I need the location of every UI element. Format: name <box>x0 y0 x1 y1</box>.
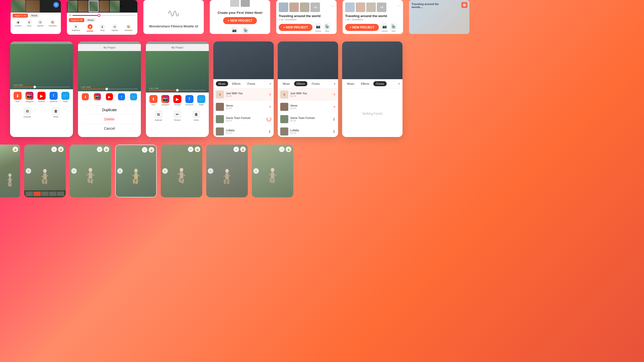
music-tab-effects-1[interactable]: Effects <box>230 81 243 86</box>
saturation2-icon-item[interactable]: 🎨 Saturation <box>125 24 133 32</box>
music-item-verve-2[interactable]: Verve 01:23 + <box>278 101 338 113</box>
share-save-3[interactable]: ⬇ Save <box>148 95 159 106</box>
share-youtube-3[interactable]: ▶ Youtube <box>172 95 183 106</box>
delete-icon-1: 🗑 <box>52 107 60 115</box>
top-card-travel-dark: Traveling around the wonde... <box>409 0 469 34</box>
bc7-circle-icon[interactable]: ○ <box>279 147 285 152</box>
travel-new-project-btn-2[interactable]: + NEW PROJECT <box>345 24 379 31</box>
share-instagram-1[interactable]: 📷 Instagram <box>24 92 35 102</box>
action-duplicate-3[interactable]: ⧉ Duplicate <box>154 110 163 121</box>
share-instagram-3[interactable]: 📷 Instagram <box>160 95 171 106</box>
music-add-just-2[interactable]: + <box>333 92 336 97</box>
action-delete-3[interactable]: 🗑 Delete <box>192 110 200 121</box>
progress-track-1[interactable] <box>13 87 70 87</box>
music-tab-itunes-2[interactable]: iTunes <box>309 81 322 86</box>
add-button-2[interactable]: + <box>120 4 123 9</box>
music-tab-music-3[interactable]: Music <box>345 81 357 86</box>
share-save-1[interactable]: ⬇ Save <box>12 92 23 102</box>
travel-store-item-1[interactable]: 🏪 Store <box>324 23 331 32</box>
music-tab-effects-2[interactable]: Effects <box>294 81 307 86</box>
music-tab-itunes-3[interactable]: iTunes <box>373 81 387 86</box>
bc5-circle-icon[interactable]: ○ <box>188 147 193 152</box>
music-item-just-2[interactable]: ⏸ Just With You 01:23 + <box>278 88 338 101</box>
music-tab-music-1[interactable]: Music <box>216 81 228 86</box>
bc2-circle-icon[interactable]: ○ <box>51 147 57 152</box>
bc1-lock-icon[interactable]: 🔒 <box>13 147 18 152</box>
bc3-circle-icon[interactable]: ○ <box>97 147 102 152</box>
share-facebook-3[interactable]: f Facebook <box>184 95 195 106</box>
music-add-just-1[interactable]: + <box>269 92 271 97</box>
brightness-icon-item[interactable]: ☀ Brightness <box>72 24 80 32</box>
np-store-icon-item[interactable]: 🏪 Store <box>242 27 249 34</box>
share-twitter-3[interactable]: 🐦 Twitter <box>196 95 207 106</box>
bc6-lock-icon[interactable]: 🔒 <box>240 147 246 152</box>
action-rename-3[interactable]: ✏ Rename <box>173 110 181 121</box>
add-button-1[interactable]: + <box>53 2 59 8</box>
travel-camera-item-2[interactable]: 📷 Camera <box>381 23 388 32</box>
vignette2-icon-item[interactable]: ⊙ Vignette <box>111 24 118 32</box>
music-tab-effects-3[interactable]: Effects <box>358 81 372 86</box>
music-item-just-with-you-1[interactable]: ⏸ Just With You 01:23 + <box>213 88 274 101</box>
temp-icon-item[interactable]: 🌡 Temp <box>27 20 32 27</box>
share-youtube-1[interactable]: ▶ Youtube <box>36 92 47 102</box>
music-add-verve-1[interactable]: + <box>269 105 271 109</box>
music-dl-lullaby-1[interactable]: ⬇ <box>268 129 271 134</box>
bc3-lock-icon[interactable]: 🔒 <box>104 147 109 152</box>
action-delete-1[interactable]: 🗑 Delete <box>52 107 60 118</box>
menu-cancel[interactable]: Cancel <box>82 124 137 133</box>
progress-track-2[interactable] <box>81 89 138 89</box>
bc6-left-arrow[interactable]: ‹ <box>208 168 213 174</box>
bc7-left-arrow[interactable]: ‹ <box>253 168 259 174</box>
contrast-icon-item[interactable]: ◑ Contrast <box>15 20 21 27</box>
bc5-left-arrow[interactable]: ‹ <box>162 168 168 174</box>
slider-thumb[interactable] <box>98 14 100 17</box>
apply-to-all-btn-1[interactable]: Apply to All <box>13 14 28 18</box>
action-duplicate-1[interactable]: ⧉ Duplicate <box>23 107 31 118</box>
bc4-lock-icon[interactable]: 🔒 <box>149 147 154 153</box>
travel-more-icon-2[interactable]: ⋯ <box>397 4 401 8</box>
slider-track[interactable] <box>72 15 135 16</box>
apply-to-all-btn-2[interactable]: Apply to All <box>69 18 84 22</box>
bc4-circle-icon[interactable]: ○ <box>142 147 147 153</box>
menu-delete[interactable]: Delete <box>82 115 137 124</box>
svg-rect-22 <box>134 173 138 179</box>
progress-fill-3 <box>149 90 177 90</box>
travel-dark-icon[interactable] <box>461 2 467 8</box>
music-expand-icon-1[interactable]: ▾ <box>269 82 271 86</box>
bc7-lock-icon[interactable]: 🔒 <box>286 147 291 152</box>
bc4-left-arrow[interactable]: ‹ <box>117 168 123 174</box>
music-tab-music-2[interactable]: Music <box>280 81 293 86</box>
reset-btn-1[interactable]: Reset <box>29 14 39 18</box>
music-dl-sametown-2[interactable]: ⬇ <box>332 117 336 122</box>
music-item-verve-1[interactable]: Verve 01:23 + <box>213 101 274 113</box>
temp2-icon-item[interactable]: 🌡 Temp <box>100 24 105 32</box>
music-item-sametown-1[interactable]: Same Town Forever 01:23 <box>213 113 274 125</box>
travel-more-icon-1[interactable]: ⋯ <box>331 4 335 8</box>
music-tab-itunes-1[interactable]: iTunes <box>245 81 258 86</box>
travel-new-project-btn-1[interactable]: + NEW PROJECT <box>279 24 312 31</box>
progress-track-3[interactable] <box>149 90 206 90</box>
music-item-sametown-2[interactable]: Same Town Forever 01:23 ⬇ <box>278 113 338 125</box>
vignette-icon-item[interactable]: ⊙ Vignette <box>37 20 44 27</box>
travel-camera-item-1[interactable]: 📷 Camera <box>314 23 321 32</box>
menu-duplicate[interactable]: Duplicate <box>82 105 137 114</box>
music-item-lullaby-2[interactable]: Lullaby 01:23 ⬇ <box>278 125 338 137</box>
reset-btn-2[interactable]: Reset <box>86 18 96 22</box>
share-twitter-1[interactable]: 🐦 Twitter <box>60 92 71 102</box>
np-camera-icon-item[interactable]: 📷 Camera <box>231 27 238 34</box>
bc6-circle-icon[interactable]: ○ <box>233 147 239 152</box>
music-expand-icon-2[interactable]: ▾ <box>334 82 336 86</box>
bc2-lock-icon[interactable]: 🔒 <box>58 147 64 152</box>
bc3-left-arrow[interactable]: ‹ <box>71 168 77 174</box>
bc2-left-arrow[interactable]: ‹ <box>26 168 31 174</box>
music-expand-icon-3[interactable]: ▾ <box>398 82 400 86</box>
travel-store-item-2[interactable]: 🏪 Store <box>390 23 397 32</box>
bc5-lock-icon[interactable]: 🔒 <box>195 147 200 152</box>
share-facebook-1[interactable]: f Facebook <box>48 92 59 102</box>
contrast2-icon-item[interactable]: ◑ Contrast <box>87 24 93 32</box>
music-add-verve-2[interactable]: + <box>333 105 336 109</box>
music-item-lullaby-1[interactable]: Lullaby 01:23 ⬇ <box>213 125 274 137</box>
new-project-btn[interactable]: + NEW PROJECT <box>223 17 257 24</box>
saturation-icon-item[interactable]: 🎨 Saturation <box>49 20 57 27</box>
music-dl-lullaby-2[interactable]: ⬇ <box>332 129 336 134</box>
